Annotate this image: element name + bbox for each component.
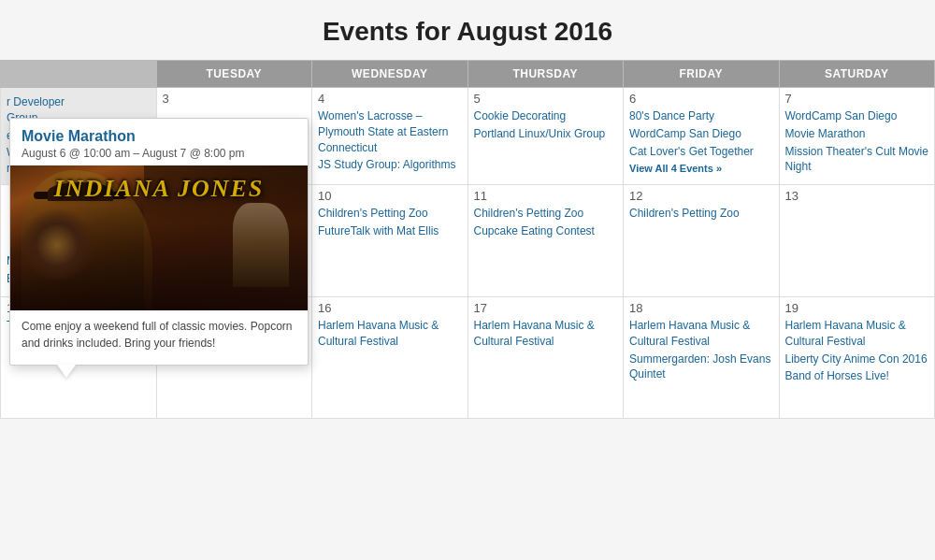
calendar-container: Movie Marathon August 6 @ 10:00 am – Aug… — [0, 60, 935, 419]
day-number: 7 — [785, 92, 929, 106]
day-cell: 12 Children's Petting Zoo — [624, 184, 780, 296]
day-number: 5 — [474, 92, 618, 106]
popup-image-title: INDIANA JONES — [10, 175, 308, 203]
view-all-link[interactable]: View All 4 Events » — [629, 163, 773, 174]
day-number: 13 — [785, 189, 929, 203]
popup-description: Come enjoy a weekend full of classic mov… — [10, 310, 308, 355]
day-number: 4 — [318, 92, 462, 106]
event-link[interactable]: Summergarden: Josh Evans Quintet — [629, 352, 773, 383]
popup-image: INDIANA JONES — [10, 165, 308, 310]
event-link[interactable]: WordCamp San Diego — [629, 126, 773, 142]
event-link[interactable]: FutureTalk with Mat Ellis — [318, 223, 462, 239]
popup-date: August 6 @ 10:00 am – August 7 @ 8:00 pm — [22, 147, 296, 160]
day-cell: 16 Harlem Havana Music & Cultural Festiv… — [312, 296, 468, 418]
day-cell: 11 Children's Petting Zoo Cupcake Eating… — [468, 184, 624, 296]
event-link[interactable]: Harlem Havana Music & Cultural Festival — [318, 318, 462, 350]
col-header-tuesday: TUESDAY — [156, 61, 312, 88]
event-popup: Movie Marathon August 6 @ 10:00 am – Aug… — [9, 118, 309, 366]
day-cell: 17 Harlem Havana Music & Cultural Festiv… — [468, 296, 624, 418]
event-link[interactable]: Children's Petting Zoo — [629, 206, 773, 222]
day-number: 16 — [318, 301, 462, 315]
event-link[interactable]: Children's Petting Zoo — [474, 206, 618, 222]
event-link[interactable]: Mission Theater's Cult Movie Night — [785, 144, 929, 176]
day-cell: 19 Harlem Havana Music & Cultural Festiv… — [779, 296, 935, 418]
col-header-thursday: THURSDAY — [468, 61, 624, 88]
day-number: 3 — [163, 92, 307, 106]
day-cell: 10 Children's Petting Zoo FutureTalk wit… — [312, 184, 468, 296]
calendar-header-row: TUESDAY WEDNESDAY THURSDAY FRIDAY SATURD… — [1, 61, 935, 88]
event-link[interactable]: Cookie Decorating — [474, 108, 618, 124]
event-link[interactable]: WordCamp San Diego — [785, 108, 929, 124]
day-number: 11 — [474, 189, 618, 203]
event-link[interactable]: Harlem Havana Music & Cultural Festival — [629, 318, 773, 350]
day-cell: 18 Harlem Havana Music & Cultural Festiv… — [624, 296, 780, 418]
event-link[interactable]: Liberty City Anime Con 2016 — [785, 352, 929, 367]
day-number: 18 — [629, 301, 773, 315]
day-cell: 6 80's Dance Party WordCamp San Diego Ca… — [624, 88, 780, 185]
col-header-friday: FRIDAY — [624, 61, 780, 88]
day-cell: 7 WordCamp San Diego Movie Marathon Miss… — [779, 88, 935, 185]
event-link[interactable]: Cat Lover's Get Together — [629, 144, 773, 160]
popup-header: Movie Marathon August 6 @ 10:00 am – Aug… — [10, 119, 308, 165]
event-link[interactable]: 80's Dance Party — [629, 108, 773, 124]
day-number: 19 — [785, 301, 929, 315]
col-header-sunday — [1, 61, 157, 88]
day-number: 10 — [318, 189, 462, 203]
event-link[interactable]: Harlem Havana Music & Cultural Festival — [474, 318, 618, 350]
event-link[interactable]: Portland Linux/Unix Group — [474, 126, 618, 142]
col-header-wednesday: WEDNESDAY — [312, 61, 468, 88]
event-link[interactable]: Children's Petting Zoo — [318, 206, 462, 222]
event-link-cupcake[interactable]: Cupcake Eating Contest — [474, 223, 618, 239]
day-number: 17 — [474, 301, 618, 315]
event-link[interactable]: Women's Lacrosse – Plymouth State at Eas… — [318, 108, 462, 155]
event-link[interactable]: Movie Marathon — [785, 126, 929, 142]
day-cell: 13 — [779, 184, 935, 296]
event-link[interactable]: JS Study Group: Algorithms — [318, 157, 462, 173]
day-number: 6 — [629, 92, 773, 106]
popup-title[interactable]: Movie Marathon — [22, 128, 296, 145]
day-cell: 5 Cookie Decorating Portland Linux/Unix … — [468, 88, 624, 185]
day-number: 12 — [629, 189, 773, 203]
day-cell: 4 Women's Lacrosse – Plymouth State at E… — [312, 88, 468, 185]
col-header-saturday: SATURDAY — [779, 61, 935, 88]
popup-tail — [57, 365, 76, 378]
event-link[interactable]: Band of Horses Live! — [785, 368, 929, 384]
event-link[interactable]: Harlem Havana Music & Cultural Festival — [785, 318, 929, 350]
page-title: Events for August 2016 — [0, 0, 935, 60]
